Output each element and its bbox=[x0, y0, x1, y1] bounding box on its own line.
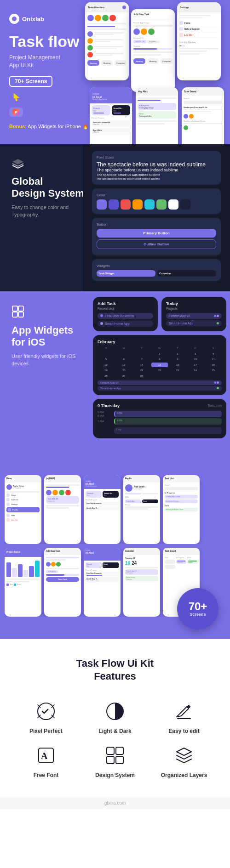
layers-icon bbox=[12, 158, 85, 171]
today-widget: Today Projects Fintech App UI Smart Home… bbox=[161, 297, 226, 331]
features-section: Task Flow Ui Kit Features Pixel Perfect bbox=[0, 639, 230, 797]
dashboard-phone: Project Status Task Done bbox=[5, 548, 41, 617]
feature-organized-layers: Organized Layers bbox=[154, 743, 214, 778]
svg-rect-11 bbox=[107, 756, 114, 764]
ds-font-panel: Font Sizes The spectacle before us was i… bbox=[92, 151, 221, 185]
design-system-icon bbox=[103, 743, 127, 767]
hero-phone-4: HOME Hi Alex! Good afternoon Fintech App… bbox=[90, 87, 132, 144]
feature-design-system: Design System bbox=[85, 743, 145, 778]
design-system-section: Global Design System Easy to change colo… bbox=[0, 144, 230, 291]
widgets-left: App Widgets for iOS User friendly widget… bbox=[12, 305, 85, 368]
hero-phone-3: Settings Fonts Help & Support bbox=[177, 2, 221, 80]
svg-rect-9 bbox=[107, 747, 114, 755]
add-task-widget: Add Task Recent task Finix User Research… bbox=[93, 297, 158, 331]
ds-description: Easy to change color and Typography. bbox=[12, 204, 85, 219]
features-title: Task Flow Ui Kit Features bbox=[9, 657, 221, 683]
calendar-phone: Calendar Tuesday 24 16 24 Fintech App UI… bbox=[123, 548, 160, 617]
features-grid: Pixel Perfect Light & Dark bbox=[9, 699, 221, 778]
color-orange bbox=[132, 199, 143, 210]
ds-color-panel: Color bbox=[92, 188, 221, 214]
ds-color-swatches bbox=[97, 199, 216, 210]
ds-widgets-panel: Widgets Task Widget Calendar bbox=[92, 259, 221, 281]
phone-row-1: Menu Taylor Green UI Designer Home bbox=[5, 475, 225, 544]
cursor-icon bbox=[13, 92, 92, 103]
feature-easy-edit-label: Easy to edit bbox=[154, 728, 214, 734]
hero-phone-2: Add New Task Fintech App Design Assigned… bbox=[131, 9, 175, 92]
ds-widget-item-dark: Calendar bbox=[157, 270, 216, 277]
sidebar-phone: Menu Taylor Green UI Designer Home bbox=[5, 475, 41, 544]
ds-left: Global Design System Easy to change colo… bbox=[12, 158, 85, 219]
figma-icon: F bbox=[13, 109, 19, 115]
svg-rect-1 bbox=[18, 306, 23, 311]
home-screen-phone: HOME Hi Alex! Good afternoon Fintech App… bbox=[84, 475, 121, 544]
logo-name: Onixlab bbox=[22, 16, 44, 23]
feature-light-dark: Light & Dark bbox=[85, 699, 145, 734]
hero-left-content: Onixlab Task flow Project Management App… bbox=[9, 14, 92, 130]
color-teal bbox=[144, 199, 155, 210]
bonus-text: Bonus: App Widgets for iPhone 🔥 bbox=[9, 123, 92, 130]
color-red bbox=[121, 199, 131, 210]
hero-phone-6: Task Board Search Working on Finx App UI… bbox=[182, 87, 224, 144]
color-green bbox=[156, 199, 167, 210]
svg-rect-12 bbox=[116, 756, 123, 764]
pixel-perfect-icon bbox=[34, 699, 58, 723]
ds-widget-row: Task Widget Calendar bbox=[97, 270, 216, 277]
feature-easy-edit: Easy to edit bbox=[154, 699, 214, 734]
app-widgets-section: App Widgets for iOS User friendly widget… bbox=[0, 291, 230, 466]
svg-rect-0 bbox=[12, 306, 17, 311]
feature-light-dark-label: Light & Dark bbox=[85, 728, 145, 734]
big-screens-badge: 70+ Screens bbox=[177, 588, 218, 630]
svg-rect-3 bbox=[18, 312, 23, 317]
thursday-widget: 9 Thursday Tomorrow 5 PM 6 PM 7 PM 6 PM … bbox=[93, 399, 226, 438]
color-white bbox=[168, 199, 178, 210]
organized-layers-icon bbox=[172, 743, 196, 767]
addtask-phone: Add New Task In Progress Save Ta bbox=[44, 548, 81, 617]
hero-subtitle: Project Management App Ui Kit bbox=[9, 54, 92, 69]
profile-phone: Profile Alex Smith UI Designer Hi A... bbox=[123, 475, 160, 544]
ds-visual: Font Sizes The spectacle before us was i… bbox=[83, 144, 230, 291]
ds-font-row: The spectacle before us was indeed subli… bbox=[97, 162, 216, 180]
hero-phone-1: Team Members bbox=[85, 2, 129, 80]
stats-phone: (+)(M&M) Task 001-JR 3 days left bbox=[44, 475, 81, 544]
light-dark-icon bbox=[103, 699, 127, 723]
color-purple bbox=[97, 199, 107, 210]
tasklist-phone: Task List Search In Progress Creating Ap… bbox=[163, 475, 200, 544]
hero-phone-5: Hey Alex In Progress Creating App Design… bbox=[136, 87, 178, 144]
logo-icon bbox=[9, 14, 19, 24]
widgets-grid-icon bbox=[12, 305, 85, 320]
ds-btn-primary: Primary Button bbox=[97, 229, 216, 238]
footer-watermark: gfxtra.com bbox=[0, 797, 230, 809]
hero-title: Task flow bbox=[9, 33, 92, 50]
widgets-title: App Widgets for iOS bbox=[12, 324, 85, 349]
hero-section: Onixlab Task flow Project Management App… bbox=[0, 0, 230, 144]
feature-design-system-label: Design System bbox=[85, 772, 145, 778]
easy-edit-icon bbox=[172, 699, 196, 723]
svg-rect-2 bbox=[12, 312, 17, 317]
calendar-days: 1 2 3 4 5 6 7 8 9 10 11 12 13 14 15 16 1… bbox=[98, 352, 222, 378]
feature-pixel-perfect: Pixel Perfect bbox=[16, 699, 76, 734]
feature-pixel-perfect-label: Pixel Perfect bbox=[16, 728, 76, 734]
ds-widget-item: Task Widget bbox=[97, 270, 155, 277]
feature-free-font: A Free Font bbox=[16, 743, 76, 778]
free-font-icon: A bbox=[34, 743, 58, 767]
home-tabs-phone: HOME Hi Alex! Fintech App Smart App Rece… bbox=[84, 548, 121, 617]
screens-showcase-section: Menu Taylor Green UI Designer Home bbox=[0, 466, 230, 639]
feature-free-font-label: Free Font bbox=[16, 772, 76, 778]
widgets-description: User friendly widgets for iOS devices. bbox=[12, 352, 85, 368]
widget-grid-area: Add Task Recent task Finix User Research… bbox=[93, 297, 226, 438]
ds-title: Global Design System bbox=[12, 176, 85, 200]
figma-badge: F bbox=[9, 108, 23, 117]
logo-area: Onixlab bbox=[9, 14, 92, 24]
svg-text:A: A bbox=[41, 751, 48, 761]
svg-rect-10 bbox=[116, 747, 123, 755]
ds-button-panel: Button Primary Button Outline Button bbox=[92, 218, 221, 255]
feature-organized-layers-label: Organized Layers bbox=[154, 772, 214, 778]
screens-badge: 70+ Screens bbox=[9, 76, 52, 87]
color-dark bbox=[180, 199, 190, 210]
color-darkpurple bbox=[109, 199, 119, 210]
ds-btn-outline: Outline Button bbox=[97, 239, 216, 249]
calendar-widget: February S M T W T F S 1 2 3 4 5 6 7 bbox=[93, 335, 226, 395]
